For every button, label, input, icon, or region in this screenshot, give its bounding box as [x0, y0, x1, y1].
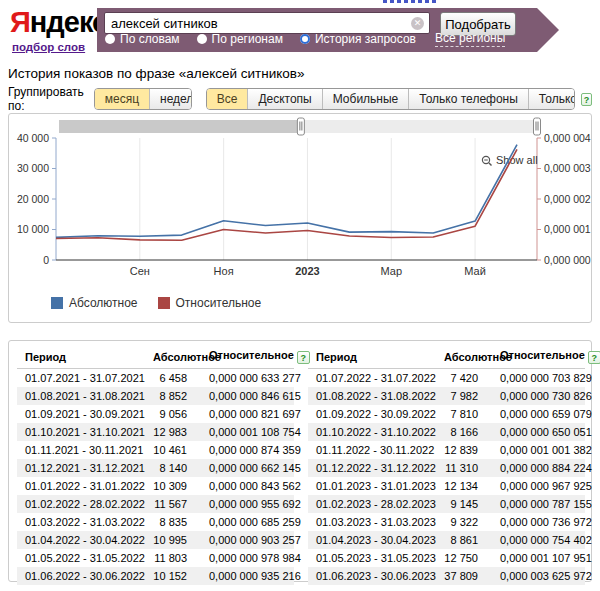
absolute-cell: 8 861 [436, 531, 492, 549]
group-by-segment: месяц неделя [94, 88, 192, 110]
navigator-handle-icon[interactable] [534, 118, 541, 135]
help-icon[interactable]: ? [588, 351, 600, 364]
relative-cell: 0,000 000 754 402 [492, 531, 585, 549]
legend-swatch-red [158, 297, 170, 309]
period-cell: 01.12.2021 - 31.12.2021 [17, 459, 145, 477]
relative-cell: 0,000 001 001 382 [492, 441, 585, 459]
relative-cell: 0,000 000 874 359 [201, 441, 294, 459]
relative-cell: 0,000 000 903 257 [201, 531, 294, 549]
cropped-top-link[interactable] [383, 0, 437, 3]
relative-cell: 0,000 000 884 224 [492, 459, 585, 477]
left-axis-tick: 10 000 [17, 223, 49, 235]
right-axis-tick: 0,000 004 [544, 132, 591, 144]
table-row: 01.10.2021 - 31.10.202112 9830,000 001 1… [17, 423, 294, 441]
yandex-logo-ya: Я [10, 6, 30, 38]
relative-cell: 0,000 000 846 615 [201, 387, 294, 405]
navigator-range[interactable] [301, 120, 537, 133]
chart-legend: Абсолютное Относительное [51, 296, 261, 310]
device-phones-button[interactable]: Только телефоны [408, 89, 528, 109]
relative-cell: 0,000 000 633 277 [201, 369, 294, 388]
table-row: 01.12.2021 - 31.12.20218 1400,000 000 66… [17, 459, 294, 477]
left-axis-tick: 30 000 [17, 162, 49, 174]
x-axis-label: Мар [381, 265, 403, 277]
history-chart-svg: СенНоя2023МарМай40 00030 00020 00010 000… [9, 114, 591, 292]
period-cell: 01.09.2021 - 30.09.2021 [17, 405, 145, 423]
mode-by-regions[interactable]: По регионам [197, 32, 283, 46]
column-header: Абсолютное [436, 345, 492, 369]
group-by-label: Группировать по: [8, 85, 88, 113]
period-cell: 01.02.2022 - 28.02.2022 [17, 495, 145, 513]
legend-item-relative[interactable]: Относительное [158, 296, 262, 310]
mode-by-words[interactable]: По словам [105, 32, 180, 46]
period-cell: 01.10.2021 - 31.10.2021 [17, 423, 145, 441]
period-cell: 01.01.2022 - 31.01.2022 [17, 477, 145, 495]
table-row: 01.03.2023 - 31.03.20239 3220,000 000 73… [308, 513, 585, 531]
show-all-button[interactable]: Show all [496, 154, 538, 166]
absolute-cell: 7 810 [436, 405, 492, 423]
relative-cell: 0,000 000 736 972 [492, 513, 585, 531]
navigator-mask[interactable] [59, 120, 301, 133]
search-mode-row: По словам По регионам История запросов В… [105, 31, 505, 47]
table-row: 01.04.2023 - 30.04.20238 8610,000 000 75… [308, 531, 585, 549]
x-axis-label: Май [464, 265, 486, 277]
relative-cell: 0,000 000 730 826 [492, 387, 585, 405]
period-cell: 01.10.2022 - 31.10.2022 [308, 423, 436, 441]
absolute-cell: 9 322 [436, 513, 492, 531]
device-mobile-button[interactable]: Мобильные [322, 89, 409, 109]
help-icon[interactable]: ? [581, 93, 592, 106]
period-cell: 01.04.2023 - 30.04.2023 [308, 531, 436, 549]
device-all-button[interactable]: Все [207, 89, 248, 109]
period-cell: 01.12.2022 - 31.12.2022 [308, 459, 436, 477]
relative-cell: 0,000 001 108 754 [201, 423, 294, 441]
absolute-cell: 10 995 [145, 531, 201, 549]
absolute-cell: 7 982 [436, 387, 492, 405]
relative-cell: 0,000 000 685 259 [201, 513, 294, 531]
device-tablets-button[interactable]: Только планшеты [528, 89, 575, 109]
table-row: 01.03.2022 - 31.03.20228 8350,000 000 68… [17, 513, 294, 531]
relative-cell: 0,000 000 821 697 [201, 405, 294, 423]
relative-cell: 0,000 000 662 145 [201, 459, 294, 477]
period-cell: 01.08.2022 - 31.08.2022 [308, 387, 436, 405]
column-header: Период [17, 345, 145, 369]
all-regions-link[interactable]: Все регионы [435, 31, 505, 47]
period-cell: 01.01.2023 - 31.01.2023 [308, 477, 436, 495]
relative-cell: 0,000 000 935 216 [201, 567, 294, 585]
device-desktop-button[interactable]: Десктопы [247, 89, 321, 109]
stats-table: ПериодАбсолютноеОтносительное?01.07.2022… [308, 345, 585, 585]
right-axis-tick: 0,000 003 [544, 162, 591, 174]
legend-item-absolute[interactable]: Абсолютное [51, 296, 138, 310]
relative-cell: 0,000 000 650 051 [492, 423, 585, 441]
table-row: 01.09.2022 - 30.09.20227 8100,000 000 65… [308, 405, 585, 423]
legend-swatch-blue [51, 297, 63, 309]
table-row: 01.09.2021 - 30.09.20219 0560,000 000 82… [17, 405, 294, 423]
period-cell: 01.07.2021 - 31.07.2021 [17, 369, 145, 388]
yandex-logo[interactable]: Яндекс [10, 6, 107, 39]
table-row: 01.12.2022 - 31.12.202211 3100,000 000 8… [308, 459, 585, 477]
mode-label: История запросов [315, 32, 416, 46]
navigator-handle-icon[interactable] [297, 118, 304, 135]
table-row: 01.01.2023 - 31.01.202312 1340,000 000 9… [308, 477, 585, 495]
group-week-button[interactable]: неделя [149, 89, 192, 109]
right-axis-tick: 0,000 000 [544, 254, 591, 266]
group-month-button[interactable]: месяц [95, 89, 149, 109]
clear-input-icon[interactable]: ✕ [411, 17, 424, 30]
absolute-cell: 11 567 [145, 495, 201, 513]
wordstat-link[interactable]: подбор слов [12, 41, 85, 53]
period-cell: 01.05.2022 - 31.05.2022 [17, 549, 145, 567]
absolute-cell: 10 309 [145, 477, 201, 495]
period-cell: 01.11.2022 - 30.11.2022 [308, 441, 436, 459]
radio-selected-icon [300, 34, 310, 44]
x-axis-label: Ноя [214, 265, 234, 277]
column-header: Абсолютное [145, 345, 201, 369]
absolute-cell: 12 983 [145, 423, 201, 441]
absolute-cell: 12 839 [436, 441, 492, 459]
absolute-cell: 11 803 [145, 549, 201, 567]
absolute-cell: 37 809 [436, 567, 492, 585]
table-row: 01.01.2022 - 31.01.202210 3090,000 000 8… [17, 477, 294, 495]
absolute-cell: 8 852 [145, 387, 201, 405]
mode-query-history[interactable]: История запросов [300, 32, 416, 46]
mode-label: По словам [120, 32, 180, 46]
absolute-cell: 8 166 [436, 423, 492, 441]
mode-label: По регионам [212, 32, 283, 46]
relative-cell: 0,000 000 843 562 [201, 477, 294, 495]
